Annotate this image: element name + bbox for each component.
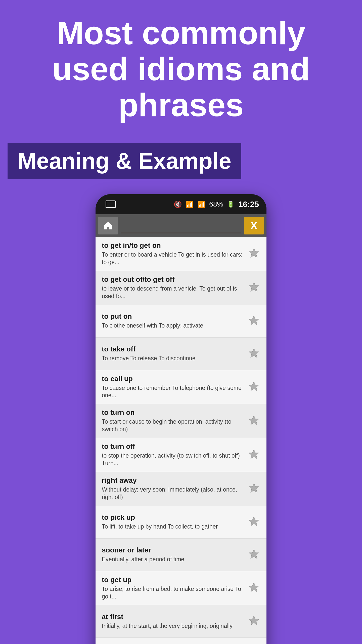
favorite-button[interactable] xyxy=(246,313,261,329)
home-icon xyxy=(103,221,113,231)
idiom-phrase: at first xyxy=(102,613,243,621)
idiom-meaning: To cause one to remember To telephone (t… xyxy=(102,384,243,399)
status-right: 🔇 📶 📶 68% 🔋 16:25 xyxy=(174,200,259,209)
idiom-meaning: Initially, at the start, at the very beg… xyxy=(102,622,243,630)
app-toolbar: X xyxy=(96,214,266,237)
idiom-meaning: Eventually, after a period of time xyxy=(102,556,243,563)
search-input[interactable] xyxy=(121,218,241,233)
list-item[interactable]: to pick upTo lift, to take up by hand To… xyxy=(96,506,266,539)
svg-marker-5 xyxy=(249,382,259,391)
favorite-button[interactable] xyxy=(246,379,261,395)
idiom-content: to get out of/to get offto leave or to d… xyxy=(102,275,246,300)
favorite-button[interactable] xyxy=(246,481,261,497)
idiom-content: right awayWithout delay; very soon; imme… xyxy=(102,476,246,501)
favorite-button[interactable] xyxy=(246,447,261,463)
svg-marker-3 xyxy=(249,316,259,325)
main-title: Most commonly used idioms and phrases xyxy=(15,15,347,123)
phone-container: 🔇 📶 📶 68% 🔋 16:25 X xyxy=(0,194,362,644)
svg-marker-9 xyxy=(249,517,259,526)
star-icon xyxy=(248,281,260,294)
favorite-button[interactable] xyxy=(246,547,261,563)
mute-icon: 🔇 xyxy=(174,200,182,208)
star-icon xyxy=(248,482,260,495)
list-item[interactable]: to turn onTo start or cause to begin the… xyxy=(96,404,266,438)
svg-marker-11 xyxy=(249,583,259,592)
list-item[interactable]: to call upTo cause one to remember To te… xyxy=(96,370,266,404)
idiom-meaning: To start or cause to begin the operation… xyxy=(102,418,243,433)
star-icon xyxy=(248,314,260,327)
idiom-phrase: to pick up xyxy=(102,513,243,521)
idiom-phrase: to turn on xyxy=(102,409,243,417)
status-bar: 🔇 📶 📶 68% 🔋 16:25 xyxy=(96,194,266,214)
svg-marker-1 xyxy=(249,248,259,258)
idiom-phrase: to get up xyxy=(102,576,243,584)
svg-marker-12 xyxy=(249,616,259,625)
close-icon: X xyxy=(250,220,257,231)
list-item[interactable]: to take offTo remove To release To disco… xyxy=(96,338,266,370)
idiom-meaning: To clothe oneself with To apply; activat… xyxy=(102,322,243,330)
favorite-button[interactable] xyxy=(246,613,261,629)
svg-marker-7 xyxy=(249,450,259,459)
favorite-button[interactable] xyxy=(246,413,261,429)
list-item[interactable]: to get out of/to get offto leave or to d… xyxy=(96,271,266,305)
idiom-meaning: To lift, to take up by hand To collect, … xyxy=(102,523,243,531)
list-item[interactable]: to get upTo arise, to rise from a bed; t… xyxy=(96,571,266,605)
svg-marker-0 xyxy=(104,222,112,229)
battery-icon: 🔋 xyxy=(227,201,235,208)
idiom-phrase: right away xyxy=(102,476,243,485)
idiom-meaning: to stop the operation, activity (to swit… xyxy=(102,452,243,467)
svg-marker-6 xyxy=(249,416,259,425)
favorite-button[interactable] xyxy=(246,346,261,362)
list-item[interactable]: at firstInitially, at the start, at the … xyxy=(96,605,266,638)
list-item[interactable]: to dress up xyxy=(96,638,266,644)
signal-icon: 📶 xyxy=(197,200,205,208)
banner-wrapper: Meaning & Example xyxy=(0,141,362,179)
idiom-meaning: Without delay; very soon; immediately (a… xyxy=(102,486,243,501)
favorite-button[interactable] xyxy=(246,514,261,530)
list-item[interactable]: sooner or laterEventually, after a perio… xyxy=(96,539,266,571)
close-button[interactable]: X xyxy=(244,217,264,234)
idiom-content: sooner or laterEventually, after a perio… xyxy=(102,546,246,563)
svg-marker-4 xyxy=(249,348,259,358)
idiom-content: to get in/to get onTo enter or to board … xyxy=(102,242,246,266)
idiom-phrase: to call up xyxy=(102,375,243,383)
star-icon xyxy=(248,380,260,393)
phone-mockup: 🔇 📶 📶 68% 🔋 16:25 X xyxy=(96,194,266,644)
idiom-meaning: To enter or to board a vehicle To get in… xyxy=(102,251,243,266)
idiom-content: to get upTo arise, to rise from a bed; t… xyxy=(102,576,246,600)
idiom-meaning: To remove To release To discontinue xyxy=(102,355,243,362)
star-icon xyxy=(248,414,260,427)
svg-marker-2 xyxy=(249,282,259,292)
favorite-button[interactable] xyxy=(246,280,261,296)
time-display: 16:25 xyxy=(238,200,259,209)
star-icon xyxy=(248,515,260,528)
idiom-content: to take offTo remove To release To disco… xyxy=(102,345,246,362)
subtitle-text: Meaning & Example xyxy=(18,148,231,174)
wifi-icon: 📶 xyxy=(186,200,194,208)
subtitle-banner: Meaning & Example xyxy=(8,143,241,179)
idiom-content: to call upTo cause one to remember To te… xyxy=(102,375,246,399)
star-icon xyxy=(248,581,260,594)
list-item[interactable]: right awayWithout delay; very soon; imme… xyxy=(96,472,266,506)
list-item[interactable]: to put onTo clothe oneself with To apply… xyxy=(96,305,266,338)
idiom-phrase: to take off xyxy=(102,345,243,353)
svg-marker-10 xyxy=(249,549,259,559)
battery-indicator: 68% xyxy=(209,200,223,208)
idiom-phrase: to get out of/to get off xyxy=(102,275,243,284)
star-icon xyxy=(248,247,260,260)
favorite-button[interactable] xyxy=(246,246,261,262)
favorite-button[interactable] xyxy=(246,580,261,596)
idiom-list: to get in/to get onTo enter or to board … xyxy=(96,237,266,644)
idiom-phrase: to put on xyxy=(102,312,243,320)
star-icon xyxy=(248,548,260,561)
idiom-meaning: to leave or to descend from a vehicle. T… xyxy=(102,285,243,300)
list-item[interactable]: to get in/to get onTo enter or to board … xyxy=(96,237,266,271)
idiom-content: at firstInitially, at the start, at the … xyxy=(102,613,246,630)
status-left xyxy=(103,200,116,208)
home-button[interactable] xyxy=(98,217,118,234)
list-item[interactable]: to turn offto stop the operation, activi… xyxy=(96,438,266,472)
idiom-content: to turn onTo start or cause to begin the… xyxy=(102,409,246,433)
idiom-phrase: sooner or later xyxy=(102,546,243,554)
idiom-content: to pick upTo lift, to take up by hand To… xyxy=(102,513,246,531)
idiom-meaning: To arise, to rise from a bed; to make so… xyxy=(102,585,243,600)
